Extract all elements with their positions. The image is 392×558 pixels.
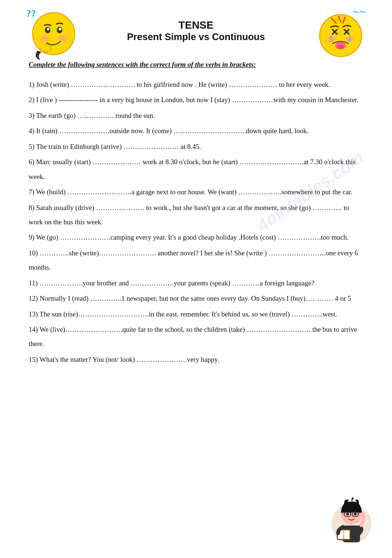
svg-point-6	[59, 28, 62, 31]
sentence-15: 15) What's the matter? You (not/ look) ……	[29, 352, 363, 367]
svg-line-23	[342, 514, 344, 514]
svg-point-25	[346, 513, 349, 516]
svg-line-24	[358, 514, 360, 514]
sentence-6: 6) Marc usually (start) ………………… work at …	[29, 155, 363, 184]
sentence-8: 8) Sarah usually (drive) ………………… to work…	[29, 200, 363, 230]
sentence-2: 2) I (live ) ----------------- in a very…	[29, 93, 363, 107]
sentence-11: 11) ……………….your brother and ……………….your …	[29, 276, 363, 290]
svg-point-26	[354, 513, 357, 516]
header: ??	[29, 10, 363, 52]
page: 4ointables.com ??	[0, 0, 392, 558]
svg-point-5	[47, 28, 50, 31]
emoji-left: ??	[24, 7, 79, 62]
svg-point-16	[338, 45, 344, 50]
emoji-right: 〜〜	[313, 7, 368, 62]
svg-point-1	[40, 35, 49, 41]
sentence-14: 14) We (live)…………………….quite far to the s…	[29, 322, 363, 351]
svg-point-2	[58, 35, 67, 41]
sentence-4: 4) It (rain) ………………….outside now. It (co…	[29, 124, 363, 138]
svg-point-0	[32, 13, 74, 55]
sentence-10: 10) ………….she (write)……………………. another no…	[29, 246, 363, 275]
sentence-13: 13) The sun (rise)………………………….in the east…	[29, 307, 363, 321]
title-line2: Present Simple vs Continuous	[127, 32, 265, 42]
teacher-illustration	[328, 491, 375, 546]
sentence-3: 3) The earth (go) ……………. round the sun.	[29, 108, 363, 123]
sentence-5: 5) The train to Edinburgh (arrive) ………………	[29, 139, 363, 154]
svg-point-30	[361, 512, 365, 516]
sentence-1: 1) Josh (write) ………………………. to his girlfr…	[29, 77, 363, 92]
sentence-9: 9) We (go) ………………….camping every year. I…	[29, 230, 363, 244]
title-line1: TENSE	[127, 19, 265, 32]
title-block: TENSE Present Simple vs Continuous	[70, 10, 322, 52]
sentence-7: 7) We (build) ……………………….a garage next to…	[29, 185, 363, 199]
sentence-12: 12) Normally I (read) …………..1 newspaper,…	[29, 291, 363, 305]
sentences-container: 1) Josh (write) ………………………. to his girlfr…	[29, 77, 363, 367]
